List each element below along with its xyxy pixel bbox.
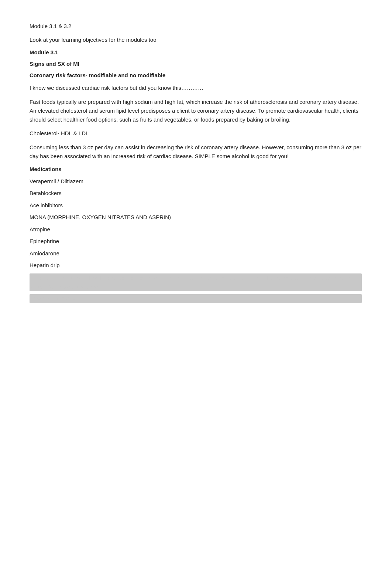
medications-list: Verapermil / Diltiazem Betablockers Ace … (30, 177, 362, 270)
module31-title: Module 3.1 (30, 49, 362, 55)
alcohol-paragraph: Consuming less than 3 oz per day can ass… (30, 143, 362, 161)
medication-item-5: Epinephrine (30, 237, 362, 246)
fast-food-paragraph: Fast foods typically are prepared with h… (30, 98, 362, 124)
intro-text: I know we discussed cardiac risk factors… (30, 84, 362, 92)
redacted-line1: In addition, during use of IVTF, cardiac… (30, 273, 362, 291)
medications-heading: Medications (30, 166, 362, 172)
main-content: Module 3.1 & 3.2 Look at your learning o… (30, 22, 362, 303)
redacted-line2: Cardiac monitor IVTM (30, 294, 362, 303)
objectives-line: Look at your learning objectives for the… (30, 36, 362, 44)
redacted-section: In addition, during use of IVTF, cardiac… (30, 273, 362, 303)
cholesterol-line: Cholesterol- HDL & LDL (30, 129, 362, 138)
signs-sx-heading: Signs and SX of MI (30, 61, 362, 67)
medication-item-6: Amiodarone (30, 249, 362, 258)
medication-item-2: Ace inhibitors (30, 201, 362, 210)
medication-item-0: Verapermil / Diltiazem (30, 177, 362, 186)
coronary-risk-heading: Coronary risk factors- modifiable and no… (30, 72, 362, 78)
medication-item-4: Atropine (30, 225, 362, 234)
medication-item-1: Betablockers (30, 189, 362, 198)
medication-item-7: Heparin drip (30, 261, 362, 270)
medication-item-3: MONA (MORPHINE, OXYGEN NITRATES AND ASPR… (30, 213, 362, 222)
module-header-line: Module 3.1 & 3.2 (30, 22, 362, 31)
